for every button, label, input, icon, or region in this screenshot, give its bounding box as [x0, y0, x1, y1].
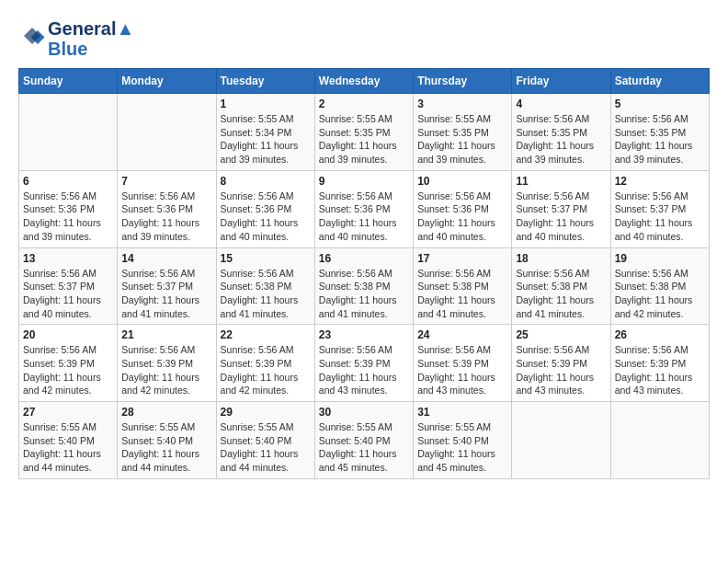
day-number: 14	[121, 252, 211, 265]
day-number: 10	[417, 175, 507, 188]
week-row: 1Sunrise: 5:55 AM Sunset: 5:34 PM Daylig…	[19, 94, 710, 171]
calendar-cell	[512, 402, 610, 479]
day-number: 13	[23, 252, 113, 265]
day-number: 2	[319, 98, 409, 110]
day-number: 28	[121, 406, 211, 419]
calendar-table: SundayMondayTuesdayWednesdayThursdayFrid…	[18, 68, 710, 479]
day-info: Sunrise: 5:56 AM Sunset: 5:39 PM Dayligh…	[615, 343, 705, 397]
calendar-cell: 3Sunrise: 5:55 AM Sunset: 5:35 PM Daylig…	[414, 94, 512, 171]
calendar-cell: 27Sunrise: 5:55 AM Sunset: 5:40 PM Dayli…	[19, 402, 118, 479]
day-info: Sunrise: 5:56 AM Sunset: 5:36 PM Dayligh…	[417, 190, 507, 244]
day-info: Sunrise: 5:56 AM Sunset: 5:38 PM Dayligh…	[615, 267, 705, 321]
day-number: 1	[221, 98, 311, 110]
calendar-cell: 26Sunrise: 5:56 AM Sunset: 5:39 PM Dayli…	[610, 325, 709, 402]
page-header: General▲ Blue	[18, 18, 710, 59]
calendar-cell: 7Sunrise: 5:56 AM Sunset: 5:36 PM Daylig…	[118, 170, 216, 247]
day-info: Sunrise: 5:56 AM Sunset: 5:36 PM Dayligh…	[23, 190, 113, 244]
day-info: Sunrise: 5:55 AM Sunset: 5:40 PM Dayligh…	[221, 420, 311, 475]
day-info: Sunrise: 5:56 AM Sunset: 5:39 PM Dayligh…	[23, 343, 113, 397]
day-number: 7	[121, 175, 211, 188]
calendar-cell: 21Sunrise: 5:56 AM Sunset: 5:39 PM Dayli…	[118, 325, 216, 402]
day-number: 23	[319, 328, 409, 341]
day-number: 20	[23, 328, 113, 341]
day-info: Sunrise: 5:56 AM Sunset: 5:37 PM Dayligh…	[516, 190, 606, 244]
calendar-cell	[19, 94, 118, 171]
day-info: Sunrise: 5:56 AM Sunset: 5:36 PM Dayligh…	[221, 190, 311, 244]
day-info: Sunrise: 5:56 AM Sunset: 5:39 PM Dayligh…	[516, 343, 606, 397]
day-info: Sunrise: 5:56 AM Sunset: 5:36 PM Dayligh…	[319, 190, 409, 244]
day-number: 15	[221, 252, 311, 265]
day-number: 27	[23, 406, 113, 419]
header-row: SundayMondayTuesdayWednesdayThursdayFrid…	[19, 69, 710, 94]
calendar-cell: 24Sunrise: 5:56 AM Sunset: 5:39 PM Dayli…	[414, 325, 512, 402]
day-info: Sunrise: 5:56 AM Sunset: 5:37 PM Dayligh…	[121, 267, 211, 321]
day-number: 31	[417, 406, 507, 419]
day-number: 19	[615, 252, 705, 265]
day-info: Sunrise: 5:55 AM Sunset: 5:40 PM Dayligh…	[23, 420, 113, 475]
header-cell-saturday: Saturday	[610, 69, 709, 94]
day-number: 18	[516, 252, 606, 265]
day-info: Sunrise: 5:56 AM Sunset: 5:39 PM Dayligh…	[319, 343, 409, 397]
day-info: Sunrise: 5:56 AM Sunset: 5:39 PM Dayligh…	[417, 343, 507, 397]
calendar-cell: 11Sunrise: 5:56 AM Sunset: 5:37 PM Dayli…	[512, 170, 610, 247]
calendar-cell: 16Sunrise: 5:56 AM Sunset: 5:38 PM Dayli…	[314, 247, 413, 325]
day-info: Sunrise: 5:55 AM Sunset: 5:34 PM Dayligh…	[221, 112, 311, 167]
week-row: 20Sunrise: 5:56 AM Sunset: 5:39 PM Dayli…	[19, 325, 710, 402]
logo-line1: General▲	[48, 18, 134, 39]
day-info: Sunrise: 5:56 AM Sunset: 5:38 PM Dayligh…	[516, 267, 606, 321]
day-info: Sunrise: 5:55 AM Sunset: 5:40 PM Dayligh…	[417, 420, 507, 475]
day-number: 3	[417, 98, 507, 110]
header-cell-monday: Monday	[118, 69, 216, 94]
calendar-cell: 31Sunrise: 5:55 AM Sunset: 5:40 PM Dayli…	[414, 402, 512, 479]
logo-icon	[18, 25, 46, 52]
calendar-cell: 13Sunrise: 5:56 AM Sunset: 5:37 PM Dayli…	[19, 247, 118, 325]
calendar-cell: 9Sunrise: 5:56 AM Sunset: 5:36 PM Daylig…	[314, 170, 413, 247]
day-number: 11	[516, 175, 606, 188]
header-cell-wednesday: Wednesday	[314, 69, 413, 94]
day-number: 30	[319, 406, 409, 419]
calendar-cell: 10Sunrise: 5:56 AM Sunset: 5:36 PM Dayli…	[414, 170, 512, 247]
week-row: 13Sunrise: 5:56 AM Sunset: 5:37 PM Dayli…	[19, 247, 710, 325]
calendar-cell: 22Sunrise: 5:56 AM Sunset: 5:39 PM Dayli…	[216, 325, 314, 402]
day-number: 12	[615, 175, 705, 188]
day-info: Sunrise: 5:56 AM Sunset: 5:39 PM Dayligh…	[221, 343, 311, 397]
day-number: 21	[121, 328, 211, 341]
day-info: Sunrise: 5:56 AM Sunset: 5:38 PM Dayligh…	[319, 267, 409, 321]
logo: General▲ Blue	[18, 18, 134, 59]
day-number: 6	[23, 175, 113, 188]
day-number: 26	[615, 328, 705, 341]
calendar-cell: 25Sunrise: 5:56 AM Sunset: 5:39 PM Dayli…	[512, 325, 610, 402]
day-number: 24	[417, 328, 507, 341]
day-info: Sunrise: 5:56 AM Sunset: 5:37 PM Dayligh…	[615, 190, 705, 244]
header-cell-thursday: Thursday	[414, 69, 512, 94]
day-info: Sunrise: 5:55 AM Sunset: 5:40 PM Dayligh…	[121, 420, 211, 475]
day-info: Sunrise: 5:56 AM Sunset: 5:35 PM Dayligh…	[615, 112, 705, 167]
calendar-cell: 4Sunrise: 5:56 AM Sunset: 5:35 PM Daylig…	[512, 94, 610, 171]
day-info: Sunrise: 5:56 AM Sunset: 5:36 PM Dayligh…	[121, 190, 211, 244]
calendar-header: SundayMondayTuesdayWednesdayThursdayFrid…	[19, 69, 710, 94]
calendar-cell: 8Sunrise: 5:56 AM Sunset: 5:36 PM Daylig…	[216, 170, 314, 247]
day-number: 22	[221, 328, 311, 341]
day-info: Sunrise: 5:56 AM Sunset: 5:38 PM Dayligh…	[417, 267, 507, 321]
day-info: Sunrise: 5:55 AM Sunset: 5:40 PM Dayligh…	[319, 420, 409, 475]
calendar-cell: 23Sunrise: 5:56 AM Sunset: 5:39 PM Dayli…	[314, 325, 413, 402]
header-cell-friday: Friday	[512, 69, 610, 94]
day-number: 29	[221, 406, 311, 419]
day-number: 25	[516, 328, 606, 341]
calendar-cell: 20Sunrise: 5:56 AM Sunset: 5:39 PM Dayli…	[19, 325, 118, 402]
calendar-cell: 14Sunrise: 5:56 AM Sunset: 5:37 PM Dayli…	[118, 247, 216, 325]
calendar-cell: 30Sunrise: 5:55 AM Sunset: 5:40 PM Dayli…	[314, 402, 413, 479]
day-info: Sunrise: 5:56 AM Sunset: 5:38 PM Dayligh…	[221, 267, 311, 321]
day-info: Sunrise: 5:56 AM Sunset: 5:35 PM Dayligh…	[516, 112, 606, 167]
week-row: 27Sunrise: 5:55 AM Sunset: 5:40 PM Dayli…	[19, 402, 710, 479]
calendar-cell: 12Sunrise: 5:56 AM Sunset: 5:37 PM Dayli…	[610, 170, 709, 247]
day-info: Sunrise: 5:56 AM Sunset: 5:39 PM Dayligh…	[121, 343, 211, 397]
calendar-body: 1Sunrise: 5:55 AM Sunset: 5:34 PM Daylig…	[19, 94, 710, 479]
day-number: 5	[615, 98, 705, 110]
calendar-cell: 2Sunrise: 5:55 AM Sunset: 5:35 PM Daylig…	[314, 94, 413, 171]
day-info: Sunrise: 5:55 AM Sunset: 5:35 PM Dayligh…	[417, 112, 507, 167]
calendar-cell: 1Sunrise: 5:55 AM Sunset: 5:34 PM Daylig…	[216, 94, 314, 171]
calendar-cell: 18Sunrise: 5:56 AM Sunset: 5:38 PM Dayli…	[512, 247, 610, 325]
calendar-cell: 15Sunrise: 5:56 AM Sunset: 5:38 PM Dayli…	[216, 247, 314, 325]
day-number: 4	[516, 98, 606, 110]
